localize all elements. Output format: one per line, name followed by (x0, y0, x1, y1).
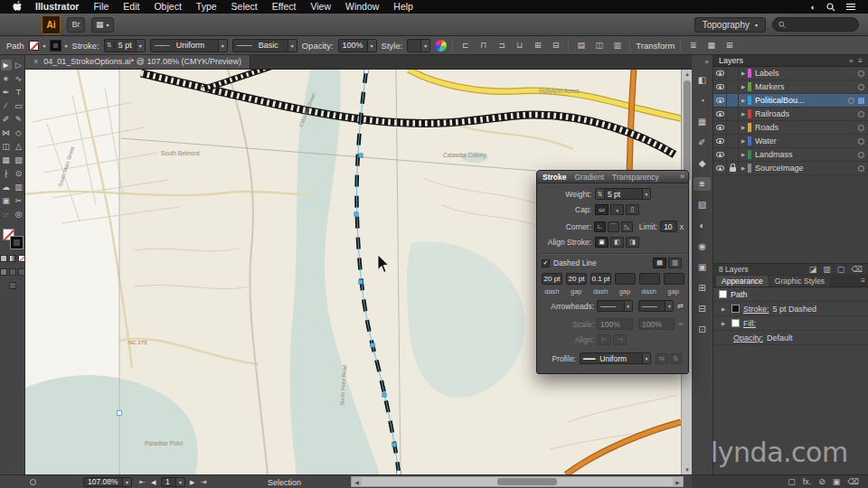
lock-toggle[interactable] (727, 148, 739, 161)
rectangle-tool[interactable]: ▭ (14, 100, 24, 111)
dropdown-arrow-icon[interactable]: ▾ (288, 40, 297, 52)
layer-name[interactable]: Labels (755, 69, 858, 78)
layer-target-icon[interactable] (858, 125, 864, 131)
menu-help[interactable]: Help (386, 0, 420, 14)
layer-target-icon[interactable] (858, 84, 864, 90)
layer-row-roads[interactable]: ▶ Roads (713, 121, 868, 135)
align-panel-icon[interactable]: ⊞ (693, 281, 711, 295)
visibility-toggle[interactable] (713, 80, 727, 93)
visibility-toggle[interactable] (713, 121, 727, 134)
lock-toggle[interactable] (727, 121, 739, 134)
align-bottom-icon[interactable]: ⊔ (513, 39, 526, 52)
draw-normal-mode[interactable] (0, 268, 7, 276)
gap-field-2[interactable] (615, 273, 636, 285)
lock-toggle[interactable] (727, 80, 739, 93)
disclosure-icon[interactable]: ▶ (739, 165, 748, 171)
gap-field-3[interactable] (664, 273, 684, 285)
stepper-icon[interactable]: ⇅ (105, 42, 115, 49)
next-artboard-button[interactable]: ▶ (190, 479, 194, 486)
artboard-anchor[interactable] (118, 411, 122, 416)
previous-artboard-button[interactable]: ◀ (151, 479, 156, 486)
swatches-panel-icon[interactable]: ▦ (693, 115, 711, 128)
lock-toggle[interactable] (727, 135, 739, 147)
stroke-weight-dropdown[interactable]: ⇅ 5 pt ▾ (104, 39, 146, 52)
document-tab[interactable]: × 04_01_StrokeOptions.ai* @ 107.08% (CMY… (25, 54, 250, 69)
shape-mode-icon[interactable]: ▤ (574, 39, 588, 52)
symbol-sprayer-tool[interactable]: ☁ (1, 182, 12, 192)
layer-row-markers[interactable]: ▶ Markers (713, 80, 868, 94)
delete-item-icon[interactable]: ⌫ (847, 477, 859, 486)
duplicate-item-icon[interactable]: ▣ (833, 477, 841, 486)
disclosure-icon[interactable]: ▶ (739, 152, 748, 157)
transform-label[interactable]: Transform (636, 41, 675, 51)
first-artboard-button[interactable]: ⇤ (139, 478, 146, 486)
layer-name[interactable]: PoliticalBou... (755, 96, 848, 105)
new-layer-icon[interactable]: ▢ (837, 265, 845, 274)
dash-field-1[interactable] (542, 273, 562, 285)
close-tab-icon[interactable]: × (33, 57, 38, 66)
transform-panel-icon[interactable]: ≣ (686, 39, 700, 52)
navigator-panel-icon[interactable]: ⊡ (693, 323, 711, 336)
hand-tool[interactable]: ☞ (1, 209, 12, 220)
miter-limit-field[interactable]: 10 (660, 221, 677, 232)
dropdown-arrow-icon[interactable]: ▾ (65, 42, 68, 49)
paintbrush-tool[interactable]: ✐ (1, 114, 12, 125)
cap-projecting-button[interactable]: ▯ (626, 204, 639, 215)
stroke-panel-icon[interactable]: ≡ (693, 177, 711, 191)
brush-definition-dropdown[interactable]: —— Basic ▾ (232, 39, 297, 52)
align-center-icon[interactable]: ⊞ (531, 39, 544, 52)
layer-target-icon[interactable] (858, 165, 864, 172)
appearance-opacity-row[interactable]: Opacity: Default (713, 331, 868, 345)
scroll-left-icon[interactable]: ◀ (352, 477, 362, 486)
gradient-tool[interactable]: ▧ (14, 155, 24, 165)
menu-file[interactable]: File (86, 0, 116, 14)
disclosure-icon[interactable]: ▶ (739, 125, 748, 130)
screen-mode-button[interactable] (9, 282, 16, 289)
horizontal-scroll-thumb[interactable] (497, 478, 557, 485)
draw-inside-mode[interactable] (18, 268, 25, 276)
line-segment-tool[interactable]: ∕ (1, 100, 12, 111)
free-transform-tool[interactable]: ◇ (14, 127, 24, 138)
layer-name[interactable]: Roads (755, 123, 858, 132)
disclosure-icon[interactable]: ▶ (739, 98, 748, 103)
disclosure-icon[interactable]: ▶ (719, 321, 728, 326)
appearance-panel-icon[interactable]: ◉ (693, 239, 711, 253)
fill-stroke-widget[interactable] (3, 229, 23, 249)
align-right-icon[interactable]: ⊐ (495, 39, 508, 52)
dash-field-2[interactable] (590, 273, 611, 285)
mesh-tool[interactable]: ▦ (1, 155, 12, 165)
panel-collapse-icon[interactable]: » (680, 172, 684, 181)
dropdown-arrow-icon[interactable]: ▾ (624, 301, 632, 311)
dropdown-arrow-icon[interactable]: ▾ (665, 301, 673, 311)
menu-window[interactable]: Window (338, 0, 386, 14)
clear-appearance-icon[interactable]: ⊘ (818, 477, 826, 486)
lock-toggle[interactable] (727, 67, 739, 80)
menu-illustrator[interactable]: Illustrator (28, 0, 86, 14)
panel-collapse-icon[interactable]: » (849, 57, 853, 65)
delete-layer-icon[interactable]: ⌫ (851, 265, 863, 274)
dashed-line-checkbox[interactable]: ✓ (542, 259, 550, 267)
none-button[interactable] (18, 255, 25, 262)
transparency-panel-icon[interactable]: ◐ (693, 219, 711, 232)
swap-arrowheads-icon[interactable]: ⇄ (677, 302, 684, 310)
dropdown-arrow-icon[interactable]: ▾ (218, 40, 227, 52)
dropdown-arrow-icon[interactable]: ▾ (43, 42, 46, 49)
appearance-fill-row[interactable]: ▶ Fill: (713, 316, 868, 331)
direct-selection-tool[interactable]: ▷ (14, 60, 24, 70)
scroll-right-icon[interactable]: ▶ (673, 477, 683, 486)
arrowhead-start-dropdown[interactable]: —— ▾ (597, 300, 633, 312)
disclosure-icon[interactable]: ▶ (739, 111, 748, 117)
corner-round-button[interactable]: ⌒ (608, 221, 619, 232)
arrange-icon[interactable]: ▥ (610, 39, 624, 52)
help-search[interactable] (772, 17, 859, 32)
stepper-icon[interactable]: ⇅ (596, 189, 605, 199)
layer-target-icon[interactable] (858, 152, 864, 158)
new-art-icon[interactable]: ▢ (788, 477, 796, 486)
eyedropper-tool[interactable]: ∤ (1, 168, 12, 179)
layer-row-water[interactable]: ▶ Water (713, 135, 868, 148)
dropdown-arrow-icon[interactable]: ▾ (420, 40, 429, 52)
layer-target-icon[interactable] (858, 70, 864, 77)
width-profile-dropdown[interactable]: —— Uniform ▾ (150, 39, 228, 52)
tab-appearance[interactable]: Appearance (716, 276, 769, 286)
zoom-tool[interactable]: ◎ (14, 209, 24, 220)
